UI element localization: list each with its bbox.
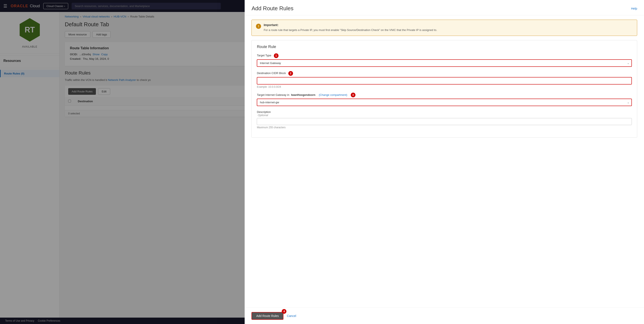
notice-title: Important: <box>264 23 633 27</box>
destination-cidr-hint: Example: 10.0.0.0/24 <box>257 85 632 88</box>
target-type-select[interactable]: Internet Gateway NAT Gateway Service Gat… <box>257 59 632 67</box>
description-group: Description Optional Maximum 255 charact… <box>257 110 632 129</box>
important-notice: ! Important: For a route rule that targe… <box>252 20 637 36</box>
panel-footer: Add Route Rules 4 Cancel <box>245 307 644 324</box>
target-gateway-select[interactable]: hub-internet-gw <box>257 99 632 106</box>
notice-content: Important: For a route rule that targets… <box>264 23 633 32</box>
modal-overlay: Add Route Rules Help ! Important: For a … <box>0 0 644 324</box>
target-compartment: IwanHoogendoorn <box>291 93 316 96</box>
step-2-badge: 2 <box>288 71 293 76</box>
panel-title: Add Route Rules <box>252 5 294 12</box>
add-route-rules-button[interactable]: Add Route Rules <box>252 312 284 320</box>
description-hint: Maximum 255 characters <box>257 126 632 129</box>
target-type-select-wrapper: Internet Gateway NAT Gateway Service Gat… <box>257 59 632 67</box>
target-type-label: Target Type 1 <box>257 53 632 58</box>
step-1-badge: 1 <box>274 53 278 58</box>
step-3-badge: 3 <box>351 93 356 97</box>
route-rule-card: Route Rule Target Type 1 Internet Gatewa… <box>252 40 637 138</box>
add-route-button-wrapper: Add Route Rules 4 <box>252 312 284 320</box>
target-gateway-label: Target Internet Gateway in <box>257 93 289 96</box>
panel-header: Add Route Rules Help <box>245 0 644 15</box>
slide-panel: Add Route Rules Help ! Important: For a … <box>245 0 644 324</box>
target-type-group: Target Type 1 Internet Gateway NAT Gatew… <box>257 53 632 67</box>
destination-cidr-label: Destination CIDR Block 2 <box>257 71 632 76</box>
change-compartment-link[interactable]: (Change compartment) <box>319 93 347 96</box>
description-input[interactable] <box>257 118 632 125</box>
notice-icon: ! <box>256 24 261 29</box>
target-gateway-group: Target Internet Gateway in IwanHoogendoo… <box>257 93 632 106</box>
cancel-button[interactable]: Cancel <box>287 314 296 317</box>
step-4-badge: 4 <box>282 309 286 314</box>
destination-cidr-group: Destination CIDR Block 2 0.0.0.0/0 Examp… <box>257 71 632 88</box>
target-gateway-label-row: Target Internet Gateway in IwanHoogendoo… <box>257 93 632 97</box>
description-label: Description Optional <box>257 110 632 117</box>
notice-text: For a route rule that targets a Private … <box>264 28 633 32</box>
panel-help-link[interactable]: Help <box>631 7 637 10</box>
description-optional: Optional <box>258 113 632 117</box>
target-gateway-select-wrapper: hub-internet-gw <box>257 99 632 106</box>
route-rule-section-title: Route Rule <box>257 45 632 49</box>
destination-cidr-input[interactable]: 0.0.0.0/0 <box>257 77 632 85</box>
